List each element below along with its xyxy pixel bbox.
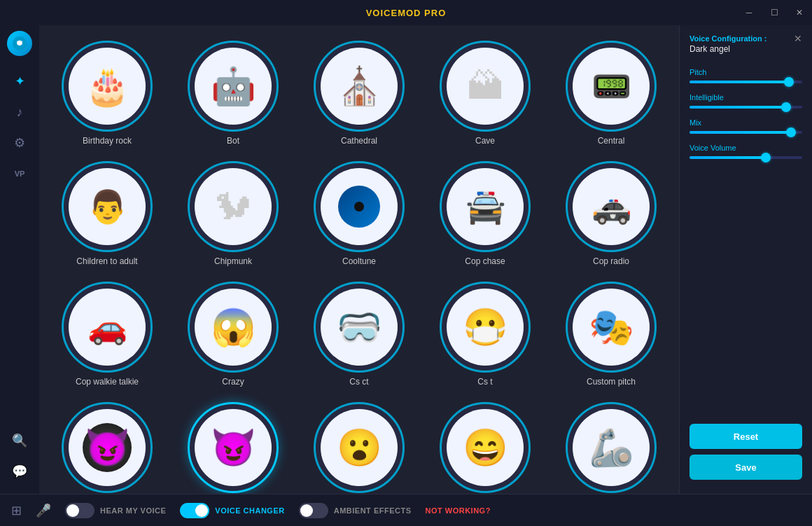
voice-item-cathedral[interactable]: ⛪Cathedral	[300, 36, 419, 150]
main-layout: ✦ ♪ ⚙ VP 🔍 💬 🎂Birthday rock🤖Bot⛪Cathedra…	[0, 25, 812, 494]
sidebar-item-music[interactable]: ♪	[6, 98, 34, 126]
maximize-button[interactable]: ☐	[762, 0, 787, 25]
bottom-bar: ⊞ 🎤 HEAR MY VOICE VOICE CHANGER AMBIENT …	[0, 494, 812, 526]
voice-circle-outer: 🚔	[440, 161, 531, 252]
save-button[interactable]: Save	[690, 455, 802, 480]
voice-item-cop-radio[interactable]: 🚓Cop radio	[552, 157, 671, 270]
voice-circle-outer: 📟	[566, 41, 657, 132]
sidebar: ✦ ♪ ⚙ VP 🔍 💬	[0, 25, 39, 494]
panel-spacer	[690, 169, 802, 424]
voice-item-birthday-rock[interactable]: 🎂Birthday rock	[48, 36, 167, 150]
voice-grid: 🎂Birthday rock🤖Bot⛪Cathedral🏔Cave📟Centra…	[48, 36, 671, 494]
voice-item-crazy[interactable]: 😱Crazy	[174, 277, 293, 391]
voice-label: Cs ct	[349, 377, 368, 387]
voice-circle-outer: 😷	[440, 282, 531, 373]
voice-changer-label: VOICE CHANGER	[215, 506, 284, 515]
right-panel: Voice Configuration : Dark angel ✕ Pitch…	[679, 25, 812, 494]
voice-label: Bot	[227, 136, 239, 146]
voice-item-dark-angel[interactable]: 😈Dark angel	[174, 398, 293, 494]
hear-my-voice-group: HEAR MY VOICE	[65, 503, 166, 518]
slider-label: Voice Volume	[690, 144, 802, 152]
voice-item-cave[interactable]: 🏔Cave	[426, 36, 545, 150]
sidebar-item-settings[interactable]: ⚙	[6, 129, 34, 157]
voice-circle-outer: 🏔	[440, 41, 531, 132]
voice-item-cop-walkie-talkie[interactable]: 🚗Cop walkie talkie	[48, 277, 167, 391]
slider-track[interactable]	[690, 81, 802, 83]
slider-track[interactable]	[690, 106, 802, 109]
not-working-label[interactable]: NOT WORKING?	[426, 506, 491, 515]
music-icon: ♪	[17, 105, 23, 120]
hear-my-voice-knob	[66, 504, 79, 517]
panel-close-button[interactable]: ✕	[794, 34, 802, 43]
voice-item-dron[interactable]: 🦾Dron	[552, 398, 671, 494]
voice-grid-container[interactable]: 🎂Birthday rock🤖Bot⛪Cathedral🏔Cave📟Centra…	[39, 25, 679, 494]
voice-circle-inner: 👨	[69, 168, 146, 245]
ambient-effects-knob	[300, 504, 313, 517]
app-title: VOICEMOD PRO	[366, 8, 447, 18]
voice-item-chipmunk[interactable]: 🐿Chipmunk	[174, 157, 293, 270]
voice-changer-toggle[interactable]	[180, 503, 209, 518]
slider-fill	[690, 106, 789, 109]
voice-item-cop-chase[interactable]: 🚔Cop chase	[426, 157, 545, 270]
voice-circle-inner: 🏔	[447, 48, 524, 125]
config-title-block: Voice Configuration : Dark angel	[690, 34, 766, 64]
voice-circle-outer: 😈	[188, 402, 279, 493]
voice-circle-inner: 😷	[447, 289, 524, 366]
voice-circle-inner: 🎭	[573, 289, 650, 366]
voice-circle-inner: 😱	[195, 289, 272, 366]
slider-section-pitch: Pitch	[690, 68, 802, 83]
voice-item-cs-ct[interactable]: 🥽Cs ct	[300, 277, 419, 391]
effects-icon: ✦	[15, 74, 25, 89]
voice-item-cs-t[interactable]: 😷Cs t	[426, 277, 545, 391]
mixer-icon[interactable]: ⊞	[11, 503, 22, 518]
voice-circle-inner: 🥽	[321, 289, 398, 366]
voice-item-cooltune[interactable]: Cooltune	[300, 157, 419, 270]
voice-item-central[interactable]: 📟Central	[552, 36, 671, 150]
slider-track[interactable]	[690, 131, 802, 134]
reset-button[interactable]: Reset	[690, 424, 802, 449]
slider-thumb[interactable]	[761, 153, 771, 162]
minimize-button[interactable]: ─	[736, 0, 762, 25]
sidebar-bottom: 🔍 💬	[6, 427, 34, 494]
voice-item-deep[interactable]: 😮Deep	[300, 398, 419, 494]
close-button[interactable]: ✕	[787, 0, 812, 25]
voice-circle-outer: ⛪	[314, 41, 405, 132]
slider-section-voice-volume: Voice Volume	[690, 144, 802, 159]
voice-label: Cop radio	[593, 256, 629, 266]
slider-track[interactable]	[690, 156, 802, 159]
config-label: Voice Configuration :	[690, 34, 766, 44]
ambient-effects-label: AMBIENT EFFECTS	[334, 506, 412, 515]
voice-item-double[interactable]: 😄Double	[426, 398, 545, 494]
sidebar-item-effects[interactable]: ✦	[6, 67, 34, 95]
ambient-effects-group: AMBIENT EFFECTS	[299, 503, 412, 518]
title-bar: VOICEMOD PRO ─ ☐ ✕	[0, 0, 812, 25]
slider-section-mix: Mix	[690, 118, 802, 134]
window-controls: ─ ☐ ✕	[736, 0, 812, 25]
ambient-effects-toggle[interactable]	[299, 503, 328, 518]
voice-circle-inner: 🚔	[447, 168, 524, 245]
mute-icon[interactable]: 🎤	[36, 503, 51, 518]
sidebar-item-vp[interactable]: VP	[6, 160, 34, 188]
voice-label: Cooltune	[342, 256, 376, 266]
voice-circle-inner	[321, 168, 398, 245]
slider-thumb[interactable]	[781, 102, 791, 112]
hear-my-voice-toggle[interactable]	[65, 503, 94, 518]
voice-circle-inner: 🚗	[69, 289, 146, 366]
voice-item-children-to-adult[interactable]: 👨Children to adult	[48, 157, 167, 270]
sidebar-item-search[interactable]: 🔍	[6, 427, 34, 455]
slider-fill	[690, 81, 791, 83]
voice-item-custom-pitch[interactable]: 🎭Custom pitch	[552, 277, 671, 391]
voice-circle-inner: 🤖	[195, 48, 272, 125]
slider-label: Mix	[690, 118, 802, 127]
voice-circle-inner: 🎂	[69, 48, 146, 125]
slider-thumb[interactable]	[786, 127, 796, 137]
voice-item-bot[interactable]: 🤖Bot	[174, 36, 293, 150]
voice-label: Chipmunk	[214, 256, 252, 266]
voice-item-dark[interactable]: 😈Dark	[48, 398, 167, 494]
slider-thumb[interactable]	[784, 77, 794, 87]
sidebar-item-chat[interactable]: 💬	[6, 457, 34, 485]
slider-section-intelligible: Intelligible	[690, 93, 802, 109]
voice-circle-outer: 👨	[62, 161, 153, 252]
voice-circle-outer: 🦾	[566, 402, 657, 493]
voice-circle-outer: 🤖	[188, 41, 279, 132]
